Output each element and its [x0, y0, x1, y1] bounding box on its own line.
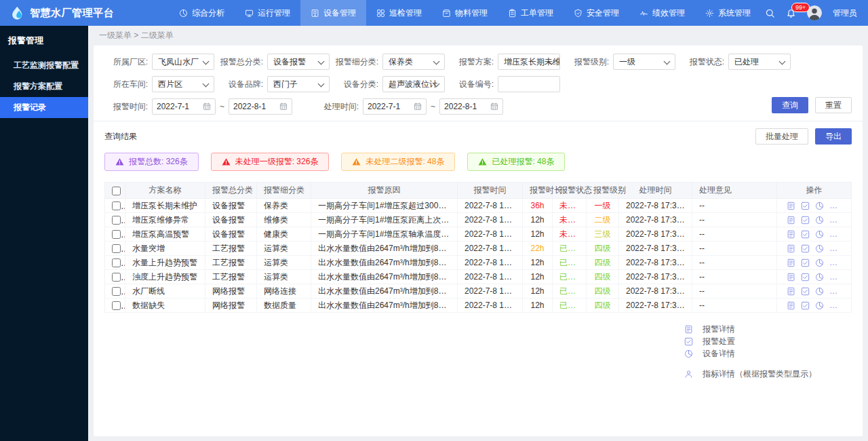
device-detail-icon[interactable] — [815, 244, 824, 253]
device-detail-icon[interactable] — [815, 202, 824, 210]
row-checkbox[interactable] — [112, 287, 121, 296]
notification-count-badge: 99+ — [791, 3, 810, 12]
alarm-time-from-picker[interactable]: 2022-7-1 — [152, 98, 216, 115]
cell-status: 已处理 — [553, 284, 587, 299]
device-detail-icon[interactable] — [815, 301, 824, 310]
alarm-detail-icon[interactable] — [787, 202, 795, 210]
export-button[interactable]: 导出 — [815, 128, 852, 145]
sidebar-item-process-alarm-config[interactable]: 工艺监测报警配置 — [0, 55, 88, 76]
device-code-input[interactable] — [498, 76, 560, 92]
cell-duration: 12h — [523, 270, 553, 284]
cell-subcategory: 健康类 — [257, 227, 311, 242]
nav-item-analysis[interactable]: 综合分析 — [169, 0, 235, 26]
cell-status: 已处理 — [553, 256, 587, 270]
row-checkbox[interactable] — [112, 202, 121, 210]
alarm-detail-icon[interactable] — [787, 244, 795, 253]
workshop-select[interactable]: 西片区 — [152, 76, 214, 92]
device-brand-select[interactable]: 西门子 — [267, 76, 330, 92]
alarm-handle-icon[interactable] — [801, 287, 810, 296]
device-code-label: 设备编号: — [450, 79, 494, 90]
row-checkbox[interactable] — [112, 230, 121, 239]
alarm-level-label: 报警级别: — [566, 56, 609, 68]
nav-item-patrol[interactable]: 巡检管理 — [366, 0, 432, 26]
monitor-icon — [245, 9, 254, 18]
alarm-detail-icon[interactable] — [787, 258, 795, 267]
sidebar-item-alarm-records[interactable]: 报警记录 — [0, 97, 88, 118]
device-detail-icon[interactable] — [815, 273, 824, 282]
main-area: 一级菜单 > 二级菜单 所属厂区:飞凤山水厂 报警总分类:设备报警 报警细分类:… — [88, 26, 868, 441]
row-checkbox[interactable] — [112, 273, 121, 282]
row-checkbox[interactable] — [112, 244, 121, 253]
alarm-handle-icon[interactable] — [801, 230, 810, 239]
range-separator: ~ — [220, 102, 224, 111]
alarm-handle-icon[interactable] — [801, 258, 810, 267]
alarm-detail-icon[interactable] — [787, 230, 795, 239]
nav-label: 安全管理 — [587, 7, 619, 19]
reset-button[interactable]: 重置 — [815, 97, 852, 113]
sidebar-item-alarm-plan-config[interactable]: 报警方案配置 — [0, 76, 88, 97]
alarm-plan-select[interactable]: 增压泵长期未维 — [498, 54, 560, 70]
alarm-level-select[interactable]: 一级 — [613, 54, 675, 70]
cell-level: 四级 — [587, 242, 619, 256]
alarm-handle-icon[interactable] — [801, 301, 810, 310]
cell-duration: 12h — [523, 213, 553, 227]
notifications[interactable]: 99+ — [786, 8, 796, 18]
device-icon — [311, 9, 319, 18]
user-name[interactable]: 管理员 — [833, 7, 857, 19]
handle-time-to-picker[interactable]: 2022-8-1 — [439, 98, 503, 115]
alarm-detail-icon[interactable] — [787, 216, 795, 225]
alarm-detail-icon[interactable] — [787, 301, 795, 310]
cell-handle-time: 2022-7-8 17:32:18 — [619, 284, 692, 299]
alarm-detail-icon[interactable] — [787, 273, 795, 282]
shield-icon — [574, 9, 583, 18]
factory-select[interactable]: 飞凤山水厂 — [152, 54, 214, 70]
row-checkbox[interactable] — [112, 258, 121, 267]
nav-item-system[interactable]: 系统管理 — [695, 0, 761, 26]
alarm-time-to-picker[interactable]: 2022-8-1 — [229, 98, 292, 115]
cell-duration: 12h — [523, 284, 553, 299]
nav-item-material[interactable]: 物料管理 — [432, 0, 498, 26]
device-detail-icon[interactable] — [815, 258, 824, 267]
nav-item-equipment[interactable]: 设备管理 — [300, 0, 366, 26]
row-checkbox[interactable] — [112, 216, 121, 225]
alarm-handle-icon[interactable] — [801, 244, 810, 253]
indicator-detail-icon — [684, 370, 693, 379]
alarm-handle-icon[interactable] — [801, 216, 810, 225]
search-icon[interactable] — [765, 8, 775, 18]
nav-item-kpi[interactable]: 绩效管理 — [629, 0, 695, 26]
batch-handle-button[interactable]: 批量处理 — [755, 128, 808, 145]
device-category-select[interactable]: 超声波液位计 — [382, 76, 445, 92]
alarm-detail-icon[interactable] — [787, 287, 795, 296]
device-detail-icon[interactable] — [815, 287, 824, 296]
handle-time-from-picker[interactable]: 2022-7-1 — [363, 98, 427, 115]
device-detail-icon[interactable] — [815, 216, 824, 225]
nav-item-workorder[interactable]: 工单管理 — [498, 0, 564, 26]
search-button[interactable]: 查询 — [772, 97, 808, 113]
cell-duration: 12h — [523, 299, 553, 313]
table-row: 增压泵高温预警设备报警健康类一期高分子车间1#增压泵轴承温度高于43℃2022-… — [105, 227, 852, 242]
col-category: 报警总分类 — [205, 183, 257, 199]
table-row: 数据缺失网络报警数据质量出水水量数值由2647m³/h增加到8457m³/h，突… — [105, 299, 852, 313]
legend-device-detail: 设备详情 — [684, 348, 816, 360]
nav-item-safety[interactable]: 安全管理 — [564, 0, 629, 26]
alarm-category-select[interactable]: 设备报警 — [267, 54, 330, 70]
cell-plan-name: 数据缺失 — [125, 299, 205, 313]
alarm-subcategory-select[interactable]: 保养类 — [382, 54, 445, 70]
app-title: 智慧水厂管理平台 — [30, 7, 114, 20]
select-all-checkbox[interactable] — [112, 187, 121, 195]
top-bar: 智慧水厂管理平台 综合分析 运行管理 设备管理 巡检管理 物料管理 工单管理 安… — [0, 0, 868, 26]
alarm-time-label: 报警时间: — [104, 101, 148, 113]
cell-category: 网络报警 — [205, 299, 257, 313]
alarm-handle-icon — [684, 337, 693, 346]
cell-subcategory: 运算类 — [257, 242, 311, 256]
row-checkbox[interactable] — [112, 301, 121, 310]
cell-plan-name: 水厂断线 — [125, 284, 205, 299]
cell-alarm-time: 2022-7-8 17:32:18 — [458, 284, 523, 299]
nav-label: 系统管理 — [718, 7, 751, 19]
device-detail-icon[interactable] — [815, 230, 824, 239]
alarm-status-select[interactable]: 已处理 — [728, 54, 791, 70]
nav-item-operation[interactable]: 运行管理 — [235, 0, 300, 26]
alarm-handle-icon[interactable] — [801, 202, 810, 210]
cell-category: 设备报警 — [205, 213, 257, 227]
alarm-handle-icon[interactable] — [801, 273, 810, 282]
